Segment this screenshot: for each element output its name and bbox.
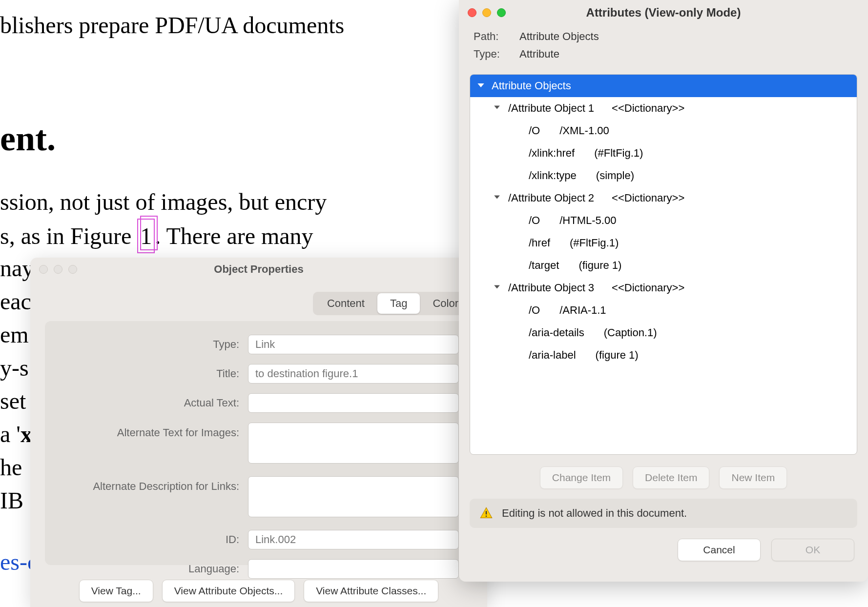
id-field[interactable]: Link.002 [248,530,459,549]
tree-entry-val: (Caption.1) [604,326,657,339]
tree-entry-val: /ARIA-1.1 [559,304,606,317]
tree-entry-val: (#FltFig.1) [570,237,619,249]
alt-images-label: Alternate Text for Images: [59,423,239,439]
actual-text-field[interactable] [248,393,459,413]
attribute-action-row: Change Item Delete Item New Item [459,455,868,489]
tree-object-row[interactable]: /Attribute Object 3 <<Dictionary>> [470,277,857,299]
doc-text-pre: a ' [0,421,21,447]
delete-item-button[interactable]: Delete Item [633,466,709,489]
tree-entry-row[interactable]: /O /XML-1.00 [470,120,857,142]
doc-text: s, as in Figure 1. There are many [0,219,313,253]
warning-icon [479,506,493,520]
tree-entry-key: /target [529,259,559,272]
doc-text: a 'x [0,418,32,450]
id-label: ID: [59,533,239,546]
attribute-tree[interactable]: Attribute Objects /Attribute Object 1 <<… [470,74,857,455]
doc-text: blishers prepare PDF/UA documents [0,9,344,41]
chevron-down-icon[interactable] [494,283,502,292]
figure-ref-highlight[interactable]: 1 [137,219,155,253]
tree-entry-key: /O [529,124,540,137]
tree-entry-row[interactable]: /aria-details (Caption.1) [470,322,857,344]
tree-object-kind: <<Dictionary>> [612,282,684,294]
alert-text: Editing is not allowed in this document. [502,507,687,520]
language-field[interactable] [248,559,459,579]
tree-object-row[interactable]: /Attribute Object 2 <<Dictionary>> [470,187,857,209]
svg-rect-1 [486,516,487,517]
new-item-button[interactable]: New Item [719,466,787,489]
alert-bar: Editing is not allowed in this document. [470,499,857,528]
doc-text: em [0,318,29,351]
tree-entry-key: /xlink:type [529,169,577,182]
type-value: Attribute [519,48,559,61]
tree-entry-key: /href [529,237,550,249]
tree-entry-key: /xlink:href [529,147,575,160]
tree-entry-val: (figure 1) [596,349,639,362]
tree-object-title: /Attribute Object 2 [508,192,594,204]
path-value: Attribute Objects [519,30,599,43]
tree-entry-row[interactable]: /xlink:type (simple) [470,164,857,187]
alt-images-field[interactable] [248,423,459,464]
doc-text: set [0,384,26,417]
tab-bar: Content Tag Color [313,292,473,315]
tree-entry-row[interactable]: /href (#FltFig.1) [470,232,857,254]
tree-entry-row[interactable]: /aria-label (figure 1) [470,344,857,366]
tab-tag[interactable]: Tag [377,293,420,314]
chevron-down-icon[interactable] [477,81,486,90]
attributes-window: Attributes (View-only Mode) Path: Attrib… [459,0,868,582]
tree-entry-key: /O [529,304,540,317]
path-label: Path: [474,30,508,43]
tree-entry-key: /aria-label [529,349,576,362]
alt-links-label: Alternate Description for Links: [59,476,239,493]
tree-entry-row[interactable]: /xlink:href (#FltFig.1) [470,142,857,164]
window-title: Object Properties [30,263,487,276]
tree-entry-row[interactable]: /O /ARIA-1.1 [470,299,857,322]
doc-text: ssion, not just of images, but encry [0,185,327,218]
tree-entry-val: /HTML-5.00 [559,214,616,227]
chevron-down-icon[interactable] [494,194,502,202]
tree-object-title: /Attribute Object 3 [508,282,594,294]
tree-entry-val: (simple) [596,169,634,182]
tree-entry-val: /XML-1.00 [559,124,609,137]
doc-text: IB [0,484,23,517]
doc-text: nay [0,252,34,284]
bottom-button-row: View Tag... View Attribute Objects... Vi… [30,580,487,602]
cancel-button[interactable]: Cancel [678,539,761,561]
ok-button[interactable]: OK [771,539,854,561]
type-field[interactable]: Link [248,335,459,354]
titlebar[interactable]: Attributes (View-only Mode) [459,0,868,25]
alt-links-field[interactable] [248,476,459,517]
tree-entry-key: /aria-details [529,326,584,339]
title-field[interactable]: to destination figure.1 [248,364,459,384]
tree-object-kind: <<Dictionary>> [612,102,684,115]
change-item-button[interactable]: Change Item [540,466,623,489]
tree-entry-row[interactable]: /O /HTML-5.00 [470,209,857,232]
language-label: Language: [59,563,239,575]
view-attribute-classes-button[interactable]: View Attribute Classes... [304,580,438,602]
type-label: Type: [59,338,239,351]
view-tag-button[interactable]: View Tag... [79,580,153,602]
doc-text-post: . There are many [155,223,313,249]
doc-text: eac [0,285,31,318]
doc-text-pre: s, as in Figure [0,223,137,249]
chevron-down-icon[interactable] [494,104,502,113]
tree-object-kind: <<Dictionary>> [612,192,684,204]
titlebar[interactable]: Object Properties [30,258,487,281]
view-attribute-objects-button[interactable]: View Attribute Objects... [162,580,295,602]
tree-root[interactable]: Attribute Objects [470,75,857,97]
properties-panel: Type: Link Title: to destination figure.… [45,321,473,565]
attributes-meta: Path: Attribute Objects Type: Attribute [459,25,868,74]
object-properties-window: Object Properties Content Tag Color Type… [30,258,487,607]
tree-entry-val: (figure 1) [579,259,621,272]
tree-entry-val: (#FltFig.1) [594,147,643,160]
doc-text: y-s [0,351,29,384]
tree-entry-key: /O [529,214,540,227]
tree-entry-row[interactable]: /target (figure 1) [470,254,857,277]
tab-content[interactable]: Content [314,293,377,314]
svg-rect-0 [486,511,487,514]
tree-object-title: /Attribute Object 1 [508,102,594,115]
type-label: Type: [474,48,508,61]
tree-root-label: Attribute Objects [492,80,571,92]
actual-text-label: Actual Text: [59,397,239,409]
doc-text: he [0,451,22,484]
tree-object-row[interactable]: /Attribute Object 1 <<Dictionary>> [470,97,857,120]
